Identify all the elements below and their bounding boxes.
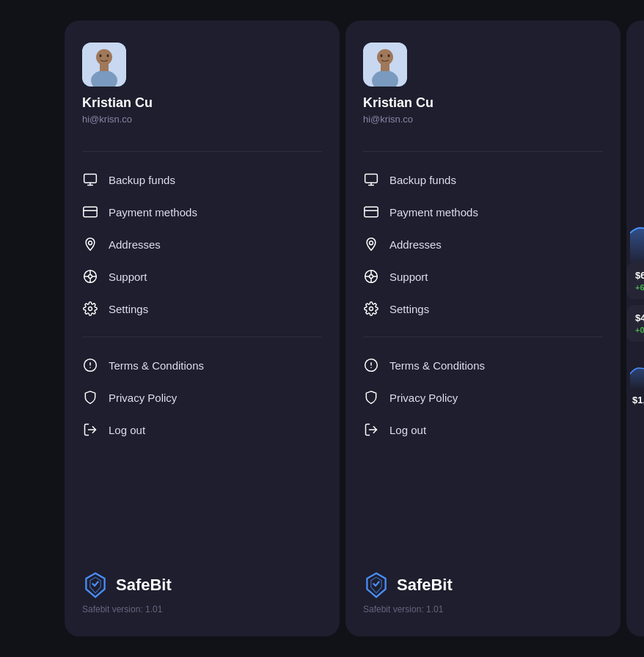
menu-item-backup-funds-1[interactable]: Backup funds xyxy=(82,164,322,196)
addresses-label-2: Addresses xyxy=(389,238,442,251)
logo-row-1: SafeBit xyxy=(82,572,322,598)
backup-funds-label-2: Backup funds xyxy=(389,174,456,186)
logo-name-1: SafeBit xyxy=(116,576,172,595)
support-label-2: Support xyxy=(389,271,428,283)
payment-methods-label-2: Payment methods xyxy=(389,206,478,219)
card-icon-2 xyxy=(363,204,379,220)
support-icon-2 xyxy=(363,268,379,285)
svg-point-4 xyxy=(100,54,102,57)
donut-chart xyxy=(641,94,644,167)
avatar-container-2: Kristian Cu hi@krisn.co xyxy=(363,43,603,125)
privacy-label-2: Privacy Policy xyxy=(389,392,458,404)
info-icon-2 xyxy=(363,357,379,373)
partial-panel: Trust $6,239.85 +6,355.47%% $479.5k +0,9… xyxy=(626,21,644,636)
terms-label-2: Terms & Conditions xyxy=(389,359,485,372)
logout-icon-2 xyxy=(363,422,379,438)
user-name-1: Kristian Cu xyxy=(82,95,322,111)
address-icon xyxy=(82,236,98,252)
svg-point-1 xyxy=(96,49,112,65)
privacy-label-1: Privacy Policy xyxy=(109,392,177,404)
svg-point-36 xyxy=(370,241,373,245)
stat-amount-1: $6,239.85 xyxy=(635,270,644,281)
menu-item-support-2[interactable]: Support xyxy=(363,260,603,293)
avatar-2 xyxy=(363,43,407,87)
partial-top-icon xyxy=(626,57,644,81)
logo-row-2: SafeBit xyxy=(363,572,603,598)
menu-item-settings-1[interactable]: Settings xyxy=(82,293,322,325)
support-label-1: Support xyxy=(109,271,147,283)
phone-panel-1: Kristian Cu hi@krisn.co Backup funds xyxy=(65,21,340,636)
user-name-2: Kristian Cu xyxy=(363,95,603,111)
version-text-2: Safebit version: 1.01 xyxy=(363,604,603,614)
safebit-logo-icon-1 xyxy=(82,572,109,598)
svg-rect-31 xyxy=(365,175,378,183)
menu-item-addresses-2[interactable]: Addresses xyxy=(363,228,603,260)
logout-icon-1 xyxy=(82,422,98,438)
menu-secondary-1: Terms & Conditions Privacy Policy xyxy=(82,349,322,446)
info-icon-1 xyxy=(82,357,98,373)
divider-2b xyxy=(363,337,603,337)
divider-1a xyxy=(82,151,322,152)
svg-point-29 xyxy=(381,54,383,57)
svg-point-30 xyxy=(388,54,390,57)
settings-icon-1 xyxy=(82,301,98,317)
version-text-1: Safebit version: 1.01 xyxy=(82,604,322,614)
menu-primary-1: Backup funds Payment methods xyxy=(82,164,322,325)
avatar-1 xyxy=(82,43,126,87)
status-bar-partial xyxy=(626,35,644,45)
menu-item-terms-1[interactable]: Terms & Conditions xyxy=(82,349,322,381)
menu-item-payment-1[interactable]: Payment methods xyxy=(82,196,322,228)
support-icon xyxy=(82,268,98,285)
backup-funds-label-1: Backup funds xyxy=(109,174,175,186)
shield-icon-1 xyxy=(82,389,98,405)
settings-label-1: Settings xyxy=(109,303,148,315)
svg-rect-3 xyxy=(100,64,109,71)
svg-rect-6 xyxy=(84,175,97,183)
backup-icon xyxy=(82,172,98,188)
menu-item-settings-2[interactable]: Settings xyxy=(363,293,603,325)
payment-methods-label-1: Payment methods xyxy=(109,206,197,219)
logo-area-2: SafeBit Safebit version: 1.01 xyxy=(363,557,603,614)
user-email-2: hi@krisn.co xyxy=(363,114,603,125)
menu-item-support-1[interactable]: Support xyxy=(82,260,322,293)
menu-item-privacy-1[interactable]: Privacy Policy xyxy=(82,381,322,414)
settings-icon-2 xyxy=(363,301,379,317)
shield-icon-2 xyxy=(363,389,379,405)
divider-1b xyxy=(82,337,322,337)
menu-item-backup-funds-2[interactable]: Backup funds xyxy=(363,164,603,196)
menu-item-logout-2[interactable]: Log out xyxy=(363,414,603,446)
bottom-wave-chart xyxy=(630,345,644,389)
svg-rect-34 xyxy=(365,207,378,216)
user-email-1: hi@krisn.co xyxy=(82,114,322,125)
card-icon xyxy=(82,204,98,220)
terms-label-1: Terms & Conditions xyxy=(109,359,204,372)
svg-point-11 xyxy=(89,241,92,245)
svg-point-43 xyxy=(370,307,373,311)
menu-item-terms-2[interactable]: Terms & Conditions xyxy=(363,349,603,381)
settings-label-2: Settings xyxy=(389,303,429,315)
avatar-container-1: Kristian Cu hi@krisn.co xyxy=(82,43,322,125)
stat-card-2: $479.5k +0,953.79%% xyxy=(626,305,644,342)
svg-point-5 xyxy=(107,54,109,57)
divider-2a xyxy=(363,151,603,152)
partial-bottom-nav xyxy=(626,576,644,622)
backup-icon-2 xyxy=(363,172,379,188)
svg-point-18 xyxy=(89,307,92,311)
menu-item-addresses-1[interactable]: Addresses xyxy=(82,228,322,260)
phone-panel-2: Kristian Cu hi@krisn.co Backup funds xyxy=(345,21,621,636)
menu-primary-2: Backup funds Payment methods xyxy=(363,164,603,325)
svg-point-26 xyxy=(377,49,393,65)
logout-label-2: Log out xyxy=(389,424,426,436)
menu-item-logout-1[interactable]: Log out xyxy=(82,414,322,446)
svg-rect-9 xyxy=(84,207,97,216)
menu-secondary-2: Terms & Conditions Privacy Policy xyxy=(363,349,603,446)
logo-area-1: SafeBit Safebit version: 1.01 xyxy=(82,557,322,614)
menu-item-privacy-2[interactable]: Privacy Policy xyxy=(363,381,603,414)
stat-card-1: $6,239.85 +6,355.47%% xyxy=(626,263,644,299)
address-icon-2 xyxy=(363,236,379,252)
stat-amount-2: $479.5k xyxy=(635,312,644,323)
screen-wrapper: Kristian Cu hi@krisn.co Backup funds xyxy=(0,0,644,657)
menu-item-payment-2[interactable]: Payment methods xyxy=(363,196,603,228)
logout-label-1: Log out xyxy=(109,424,145,436)
logo-name-2: SafeBit xyxy=(397,576,453,595)
